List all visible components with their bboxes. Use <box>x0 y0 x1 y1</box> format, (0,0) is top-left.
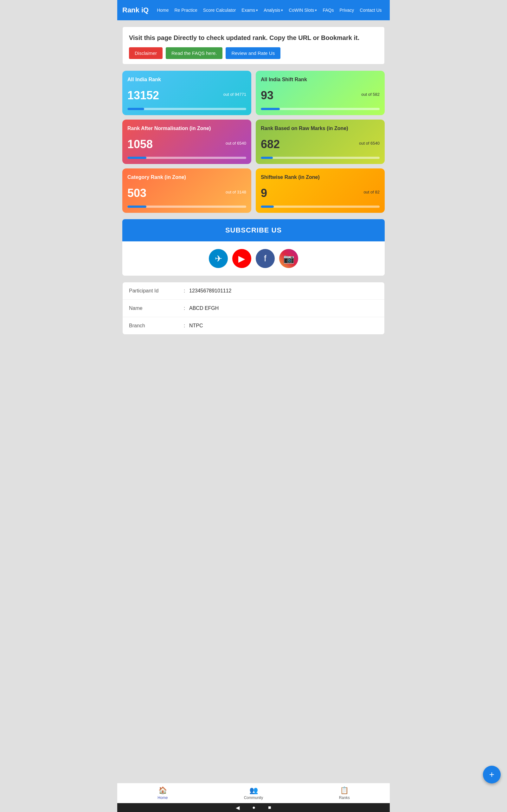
info-label-0: Participant Id <box>129 288 180 294</box>
rank-card-title-3: Rank Based on Raw Marks (in Zone) <box>261 125 380 132</box>
rank-card-outof-0: out of 94771 <box>223 92 246 97</box>
nav-link-home[interactable]: Home <box>157 8 169 13</box>
telegram-icon[interactable]: ✈ <box>209 249 228 268</box>
rank-card-bar-4 <box>127 206 246 208</box>
nav-link-faqs[interactable]: FAQs <box>323 8 334 13</box>
nav-link-contact[interactable]: Contact Us <box>360 8 382 13</box>
rank-card-0: All India Rank 13152 out of 94771 <box>122 71 251 115</box>
bottom-nav-icon-0: 🏠 <box>158 786 167 795</box>
info-value-1: ABCD EFGH <box>189 305 219 311</box>
notice-buttons: Disclaimer Read the FAQS here. Review an… <box>129 47 378 59</box>
rank-card-title-1: All India Shift Rank <box>261 77 380 83</box>
rank-card-bar-0 <box>127 108 246 110</box>
recent-button[interactable]: ■ <box>268 805 271 810</box>
info-value-0: 123456789101112 <box>189 288 231 294</box>
faq-button[interactable]: Read the FAQS here. <box>166 47 222 59</box>
rank-card-title-2: Rank After Normalisation (in Zone) <box>127 125 246 132</box>
bottom-nav-icon-2: 📋 <box>340 786 349 795</box>
info-label-2: Branch <box>129 323 180 328</box>
review-button[interactable]: Review and Rate Us <box>226 47 280 59</box>
rank-card-outof-3: out of 6540 <box>359 141 380 146</box>
nav-link-cowin[interactable]: CoWIN Slots <box>289 8 317 13</box>
nav-link-score-calculator[interactable]: Score Calculator <box>203 8 236 13</box>
nav-link-privacy[interactable]: Privacy <box>339 8 354 13</box>
rank-card-5: Shiftwise Rank (in Zone) 9 out of 82 <box>256 168 385 213</box>
rank-card-outof-4: out of 3148 <box>226 190 246 194</box>
rank-card-title-5: Shiftwise Rank (in Zone) <box>261 174 380 181</box>
info-row-2: Branch : NTPC <box>123 317 384 334</box>
rank-card-outof-5: out of 82 <box>363 190 380 194</box>
info-value-2: NTPC <box>189 323 203 328</box>
nav-link-exams[interactable]: Exams <box>241 8 258 13</box>
rank-card-outof-2: out of 6540 <box>226 141 246 146</box>
instagram-icon[interactable]: 📷 <box>279 249 298 268</box>
rank-card-3: Rank Based on Raw Marks (in Zone) 682 ou… <box>256 119 385 164</box>
bottom-nav-label-2: Ranks <box>339 796 350 800</box>
bottom-nav-item-community[interactable]: 👥Community <box>208 783 299 803</box>
notice-box: Visit this page Directly to check update… <box>122 27 385 64</box>
rank-card-2: Rank After Normalisation (in Zone) 1058 … <box>122 119 251 164</box>
info-row-0: Participant Id : 123456789101112 <box>123 282 384 300</box>
rank-card-number-5: 9 <box>261 187 267 200</box>
bottom-nav-item-home[interactable]: 🏠Home <box>117 783 208 803</box>
rank-card-4: Category Rank (in Zone) 503 out of 3148 <box>122 168 251 213</box>
nav-link-analysis[interactable]: Analysis <box>264 8 283 13</box>
navbar: Rank iQ Home Re Practice Score Calculato… <box>117 0 390 20</box>
info-label-1: Name <box>129 305 180 311</box>
bottom-nav-item-ranks[interactable]: 📋Ranks <box>299 783 390 803</box>
back-button[interactable]: ◀ <box>236 805 239 811</box>
bottom-nav-label-0: Home <box>158 796 168 800</box>
bottom-nav: 🏠Home👥Community📋Ranks <box>117 783 390 803</box>
disclaimer-button[interactable]: Disclaimer <box>129 47 163 59</box>
rank-card-number-2: 1058 <box>127 138 153 151</box>
rank-card-title-4: Category Rank (in Zone) <box>127 174 246 181</box>
rank-cards-grid: All India Rank 13152 out of 94771 All In… <box>122 71 385 213</box>
rank-card-bar-1 <box>261 108 380 110</box>
subscribe-icons: ✈ ▶ f 📷 <box>122 241 385 275</box>
bottom-nav-label-1: Community <box>244 796 263 800</box>
rank-card-1: All India Shift Rank 93 out of 582 <box>256 71 385 115</box>
rank-card-number-1: 93 <box>261 89 274 102</box>
youtube-icon[interactable]: ▶ <box>232 249 251 268</box>
info-table: Participant Id : 123456789101112 Name : … <box>122 282 385 335</box>
rank-card-bar-5 <box>261 206 380 208</box>
notice-text: Visit this page Directly to check update… <box>129 33 378 42</box>
nav-brand[interactable]: Rank iQ <box>122 6 149 14</box>
rank-card-title-0: All India Rank <box>127 77 246 83</box>
subscribe-section: SUBSCRIBE US ✈ ▶ f 📷 <box>122 219 385 275</box>
info-row-1: Name : ABCD EFGH <box>123 300 384 317</box>
rank-card-bar-3 <box>261 157 380 159</box>
rank-card-bar-2 <box>127 157 246 159</box>
rank-card-number-3: 682 <box>261 138 280 151</box>
nav-link-re-practice[interactable]: Re Practice <box>175 8 198 13</box>
rank-card-outof-1: out of 582 <box>361 92 380 97</box>
home-button[interactable]: ● <box>252 805 256 810</box>
subscribe-header: SUBSCRIBE US <box>122 219 385 241</box>
bottom-nav-icon-1: 👥 <box>249 786 258 795</box>
status-bar: ◀ ● ■ <box>117 803 390 812</box>
facebook-icon[interactable]: f <box>256 249 275 268</box>
rank-card-number-4: 503 <box>127 187 147 200</box>
rank-card-number-0: 13152 <box>127 89 159 102</box>
